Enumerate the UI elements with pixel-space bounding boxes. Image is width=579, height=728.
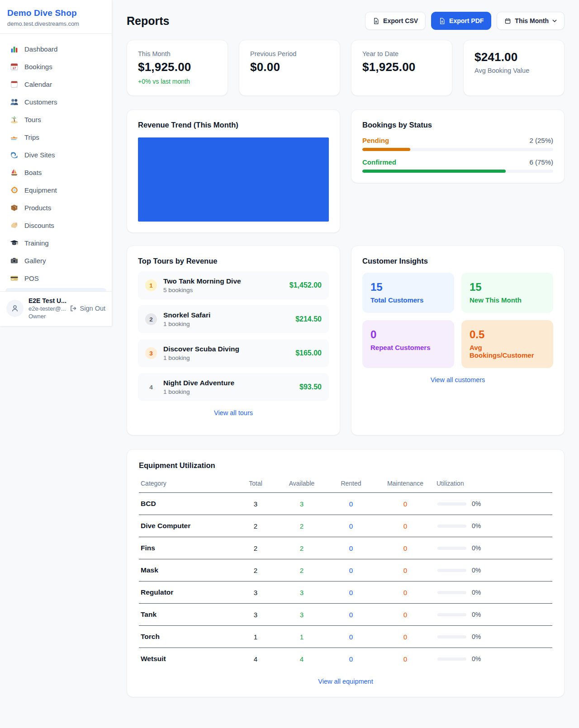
table-row: Fins 2 2 0 0 0% xyxy=(139,537,552,559)
tour-revenue: $93.50 xyxy=(299,383,322,391)
stat-card-year-to-date: Year to Date $1,925.00 xyxy=(351,40,452,96)
cell-utilization: 0% xyxy=(472,567,481,574)
cell-available: 3 xyxy=(276,493,327,515)
status-label: Pending xyxy=(362,137,389,144)
view-all-equipment-link[interactable]: View all equipment xyxy=(139,678,552,685)
cell-total: 1 xyxy=(235,626,276,648)
tour-row[interactable]: 2 Snorkel Safari 1 booking $214.50 xyxy=(138,305,329,333)
sidebar-item[interactable]: Customers xyxy=(5,93,106,111)
tour-revenue: $214.50 xyxy=(295,315,322,323)
rank-badge: 1 xyxy=(145,279,157,291)
table-row: Regulator 3 3 0 0 0% xyxy=(139,581,552,604)
utilization-bar xyxy=(437,591,466,594)
shop-domain: demo.test.divestreams.com xyxy=(7,20,104,27)
revenue-trend-card: Revenue Trend (This Month) xyxy=(127,109,340,233)
cell-maintenance: 0 xyxy=(375,604,436,626)
main-content: Reports Export CSV Export PDF This Month xyxy=(112,0,579,724)
cell-rented: 0 xyxy=(327,559,375,581)
cell-rented: 0 xyxy=(327,537,375,559)
calendar-pad-icon xyxy=(10,80,19,89)
avatar xyxy=(6,300,24,317)
cell-total: 3 xyxy=(235,493,276,515)
period-dropdown[interactable]: This Month xyxy=(497,12,565,30)
tour-revenue: $165.00 xyxy=(295,349,322,357)
brand: Demo Dive Shop demo.test.divestreams.com xyxy=(0,0,112,34)
sidebar-item[interactable]: Tours xyxy=(5,111,106,128)
sidebar-item-label: POS xyxy=(24,274,39,282)
sidebar-item[interactable]: Discounts xyxy=(5,217,106,234)
stat-card-this-month: This Month $1,925.00 +0% vs last month xyxy=(127,40,228,96)
page-title: Reports xyxy=(127,14,169,28)
cell-available: 3 xyxy=(276,604,327,626)
sidebar-item[interactable]: Equipment xyxy=(5,181,106,199)
cell-total: 3 xyxy=(235,581,276,604)
cell-category: BCD xyxy=(139,493,235,515)
shop-name: Demo Dive Shop xyxy=(7,8,104,18)
export-csv-button[interactable]: Export CSV xyxy=(365,12,426,30)
view-all-tours-link[interactable]: View all tours xyxy=(138,409,329,416)
sidebar-item-label: Boats xyxy=(24,169,42,176)
tour-row[interactable]: 3 Discover Scuba Diving 1 booking $165.0… xyxy=(138,339,329,367)
tour-name: Snorkel Safari xyxy=(163,311,210,319)
utilization-bar xyxy=(437,502,466,506)
cell-utilization: 0% xyxy=(472,633,481,640)
cell-rented: 0 xyxy=(327,581,375,604)
status-count: 2 (25%) xyxy=(529,137,553,144)
cell-total: 3 xyxy=(235,604,276,626)
camera-icon xyxy=(10,256,19,265)
tour-row[interactable]: 4 Night Dive Adventure 1 booking $93.50 xyxy=(138,373,329,401)
sidebar-item[interactable]: Training xyxy=(5,234,106,252)
cell-total: 2 xyxy=(235,559,276,581)
file-icon xyxy=(373,18,380,24)
sidebar-item[interactable]: Dashboard xyxy=(5,40,106,58)
view-all-customers-link[interactable]: View all customers xyxy=(362,376,553,383)
sidebar-item[interactable]: Calendar xyxy=(5,76,106,93)
cell-total: 4 xyxy=(235,648,276,670)
customer-insights-title: Customer Insights xyxy=(362,257,553,265)
stat-card-avg-booking-value: $241.00 Avg Booking Value xyxy=(463,40,565,96)
cell-utilization: 0% xyxy=(472,522,481,529)
cell-available: 4 xyxy=(276,648,327,670)
active-nav-item-partial[interactable] xyxy=(5,288,106,291)
status-count: 6 (75%) xyxy=(529,158,553,166)
table-row: Wetsuit 4 4 0 0 0% xyxy=(139,648,552,670)
cell-maintenance: 0 xyxy=(375,626,436,648)
tour-name: Night Dive Adventure xyxy=(163,379,234,387)
cell-category: Regulator xyxy=(139,581,235,604)
cell-maintenance: 0 xyxy=(375,537,436,559)
col-total: Total xyxy=(235,476,276,493)
sidebar-item[interactable]: Boats xyxy=(5,164,106,181)
tour-row[interactable]: 1 Two Tank Morning Dive 5 bookings $1,45… xyxy=(138,271,329,299)
sidebar-item[interactable]: POS xyxy=(5,269,106,287)
revenue-trend-title: Revenue Trend (This Month) xyxy=(138,121,329,129)
sidebar-item[interactable]: Trips xyxy=(5,128,106,146)
cell-available: 1 xyxy=(276,626,327,648)
cell-category: Mask xyxy=(139,559,235,581)
sidebar-item[interactable]: Gallery xyxy=(5,252,106,269)
sidebar-item[interactable]: 17 Bookings xyxy=(5,58,106,76)
revenue-trend-chart xyxy=(138,137,329,222)
sign-out-button[interactable]: Sign Out xyxy=(70,305,105,312)
sidebar-item-label: Equipment xyxy=(24,186,57,194)
speedboat-icon xyxy=(10,133,19,142)
utilization-bar xyxy=(437,657,466,661)
sidebar-item[interactable]: Products xyxy=(5,199,106,217)
person-icon xyxy=(11,304,19,312)
rank-badge: 2 xyxy=(145,313,157,325)
sidebar-item-label: Products xyxy=(24,204,51,212)
equipment-table: Category Total Available Rented Maintena… xyxy=(139,476,552,670)
wave-icon xyxy=(10,151,19,159)
table-row: Dive Computer 2 2 0 0 0% xyxy=(139,515,552,537)
table-header-row: Category Total Available Rented Maintena… xyxy=(139,476,552,493)
tour-bookings: 1 booking xyxy=(163,388,234,395)
col-category: Category xyxy=(139,476,235,493)
sidebar-item[interactable]: Dive Sites xyxy=(5,146,106,164)
stat-cards: This Month $1,925.00 +0% vs last month P… xyxy=(127,40,565,96)
chevron-down-icon xyxy=(552,19,557,22)
cell-total: 2 xyxy=(235,537,276,559)
cell-utilization: 0% xyxy=(472,544,481,552)
export-pdf-button[interactable]: Export PDF xyxy=(431,12,491,30)
user-email: e2e-tester@... xyxy=(28,305,65,312)
cell-available: 2 xyxy=(276,559,327,581)
file-icon xyxy=(439,18,446,24)
